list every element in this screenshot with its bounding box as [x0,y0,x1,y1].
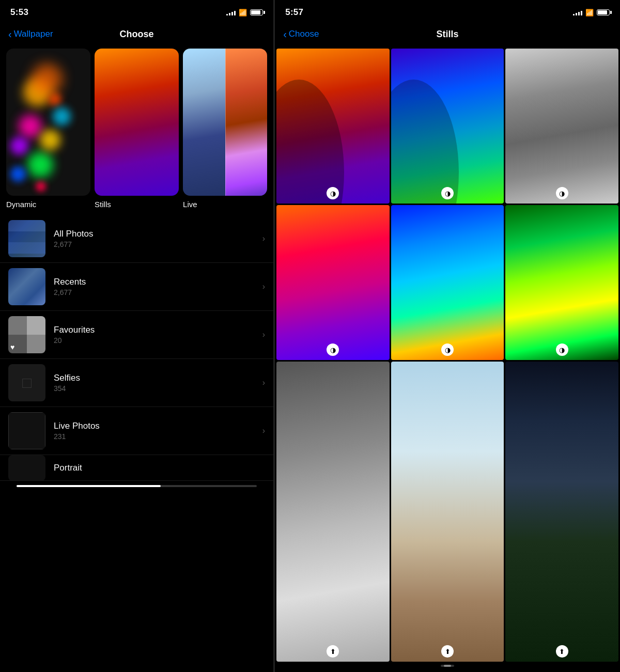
list-item-selfies[interactable]: □ Selfies 354 › [0,359,273,407]
recents-info: Recents 2,677 [54,277,262,296]
fav-cell2 [27,316,45,335]
stills-cell-r2c1[interactable]: ◑ [276,205,390,360]
battery-icon-right [597,9,610,15]
live-photos-info: Live Photos 231 [54,421,262,441]
day-night-icon-r1c2: ◑ [441,187,454,199]
status-bar-left: 5:53 📶 [0,0,273,23]
chevron-icon: › [262,378,265,387]
signal-bar-r2 [576,13,577,15]
list-item-all-photos[interactable]: All Photos 2,677 › [0,215,273,263]
favourites-thumb: ♥ [8,316,45,353]
signal-bar-3 [231,12,233,15]
signal-bar-2 [229,13,230,15]
signal-bar-r1 [573,14,575,15]
stills-cell-r1c2[interactable]: ◑ [391,49,504,204]
battery-fill-right [598,10,607,14]
stills-cell-r2c3[interactable]: ◑ [505,205,618,360]
list-item-recents[interactable]: Recents 2,677 › [0,263,273,311]
portrait-thumb [8,455,45,481]
favourites-title: Favourites [54,325,262,335]
all-photos-thumb [8,220,45,257]
right-panel: 5:57 📶 ‹ Choose Stills ◑ [274,0,620,672]
page-title-right: Stills [437,29,459,40]
stills-cell-r1c1[interactable]: ◑ [276,49,390,204]
recents-thumb [8,268,45,305]
stripe1 [8,220,45,231]
right-scroll-thumb [444,665,451,667]
stills-row-2: ◑ ◑ ◑ [275,205,620,360]
favourites-info: Favourites 20 [54,325,262,345]
stills-cell-r1c3[interactable]: ◑ [505,49,618,204]
live-right-half [225,49,268,196]
day-night-icon-r3c1: ⬆ [327,645,339,658]
right-scroll-container [275,662,620,672]
wifi-icon-right: 📶 [585,9,594,17]
back-button-right[interactable]: ‹ Choose [283,29,319,39]
chevron-icon: › [262,282,265,291]
status-time-right: 5:57 [285,7,303,18]
back-label-right: Choose [289,29,319,39]
battery-fill [251,10,260,14]
chevron-icon: › [262,330,265,339]
wifi-icon: 📶 [239,9,247,17]
stills-wp-r2c1 [276,205,390,360]
photo-albums-list: All Photos 2,677 › Recents 2,677 › [0,215,273,672]
list-item-portrait[interactable]: Portrait [0,455,273,481]
list-item-favourites[interactable]: ♥ Favourites 20 › [0,311,273,359]
scroll-thumb [17,485,161,487]
stripe3 [8,242,45,254]
scroll-indicator [17,485,257,487]
stills-wp-r2c2 [391,205,504,360]
stills-row-3: ⬆ ⬆ ⬆ [275,362,620,662]
heart-icon: ♥ [10,343,14,351]
day-night-icon-r1c3: ◑ [556,187,568,199]
stills-category[interactable]: Stills [95,49,179,209]
battery-icon [250,9,263,15]
live-divider [225,49,226,196]
stripe2 [8,231,45,243]
stills-row-1: ◑ ◑ ◑ [275,49,620,204]
day-night-icon-r1c1: ◑ [327,187,339,199]
signal-bar-1 [226,14,228,15]
day-night-icon-r2c3: ◑ [556,343,568,356]
recents-count: 2,677 [54,288,262,296]
status-bar-right: 5:57 📶 [275,0,620,23]
back-label-left: Wallpaper [14,29,53,39]
signal-bar-r4 [581,11,582,15]
list-item-live-photos[interactable]: Live Photos 231 › [0,407,273,455]
nav-bar-left: ‹ Wallpaper Choose [0,23,273,49]
all-photos-count: 2,677 [54,240,262,248]
selfies-info: Selfies 354 [54,373,262,393]
back-button-left[interactable]: ‹ Wallpaper [8,29,53,39]
live-photos-count: 231 [54,432,262,441]
stills-wp-r3c3 [505,362,618,662]
stills-label: Stills [95,200,179,209]
nav-bar-right: ‹ Choose Stills [275,23,620,49]
selfies-thumb: □ [8,364,45,401]
fav-cell1 [8,316,27,335]
stills-wp-r1c3 [505,49,618,204]
live-thumbnail[interactable] [183,49,267,196]
right-scroll-indicator [441,665,455,667]
stills-thumbnail[interactable] [95,49,179,196]
portrait-info: Portrait [54,463,265,473]
stills-cell-r3c3[interactable]: ⬆ [505,362,618,662]
dynamic-thumbnail[interactable] [6,49,90,196]
day-night-icon-r3c2: ⬆ [441,645,454,658]
stills-cell-r3c1[interactable]: ⬆ [276,362,390,662]
selfies-count: 354 [54,384,262,393]
status-icons-left: 📶 [226,9,263,17]
back-arrow-icon-right: ‹ [283,29,287,39]
stills-cell-r3c2[interactable]: ⬆ [391,362,504,662]
portrait-title: Portrait [54,463,265,473]
live-label: Live [183,200,267,209]
signal-icon [226,9,236,15]
day-night-icon-r2c2: ◑ [441,343,454,356]
fav-cell4 [27,335,45,353]
signal-icon-right [573,9,582,15]
stills-cell-r2c2[interactable]: ◑ [391,205,504,360]
live-left-half [183,49,225,196]
dynamic-label: Dynamic [6,200,90,209]
dynamic-category[interactable]: Dynamic [6,49,90,209]
live-category[interactable]: Live [183,49,267,209]
